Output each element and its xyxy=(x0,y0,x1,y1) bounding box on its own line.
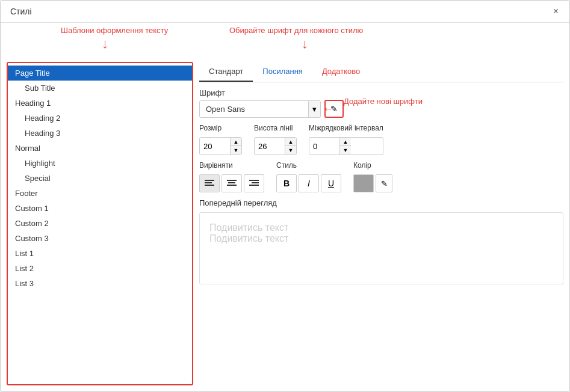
svg-rect-2 xyxy=(205,185,214,186)
line-spacing-spinner: ▲ ▼ xyxy=(309,137,383,155)
line-spacing-input[interactable] xyxy=(309,139,339,154)
line-height-group: Висота лінії ▲ ▼ xyxy=(254,124,297,155)
align-left-button[interactable] xyxy=(199,174,220,192)
preview-label: Попередній перегляд xyxy=(199,198,563,207)
dialog-header: Стилі × xyxy=(1,1,569,23)
align-left-icon xyxy=(205,179,214,188)
font-section: Шрифт Open Sans ▾ ✎ Додайте нові шрифти … xyxy=(199,88,563,118)
svg-rect-8 xyxy=(249,185,259,186)
dialog: Стилі × Шаблони оформлення тексту ↓ Обир… xyxy=(0,0,570,392)
align-style-color-row: Вирівняти xyxy=(199,161,563,192)
svg-rect-4 xyxy=(228,182,235,183)
list-item[interactable]: Page Title xyxy=(8,66,192,81)
list-item[interactable]: Footer xyxy=(8,186,192,201)
line-height-spinner: ▲ ▼ xyxy=(254,137,297,155)
font-row: Open Sans ▾ ✎ Додайте нові шрифти ← xyxy=(199,100,563,118)
line-spacing-down-button[interactable]: ▼ xyxy=(340,146,351,155)
line-spacing-spinner-buttons: ▲ ▼ xyxy=(339,138,351,155)
size-up-button[interactable]: ▲ xyxy=(231,138,241,146)
font-name-display: Open Sans xyxy=(200,101,308,117)
line-height-label: Висота лінії xyxy=(254,124,297,132)
list-item[interactable]: Heading 2 xyxy=(8,111,192,126)
color-controls: ✎ xyxy=(353,174,392,192)
line-spacing-up-button[interactable]: ▲ xyxy=(340,138,351,146)
svg-rect-1 xyxy=(205,182,212,183)
italic-button[interactable]: I xyxy=(299,174,319,192)
color-label: Колір xyxy=(353,161,392,170)
preview-text-1: Подивитись текст xyxy=(209,222,553,233)
align-group: Вирівняти xyxy=(199,161,264,192)
align-right-icon xyxy=(249,179,259,188)
annotation-choose-font: Обирайте шрифт для кожного стилю xyxy=(229,26,363,35)
list-item[interactable]: Normal xyxy=(8,141,192,156)
size-spinner-buttons: ▲ ▼ xyxy=(230,138,241,155)
list-item[interactable]: Custom 3 xyxy=(8,231,192,246)
line-height-down-button[interactable]: ▼ xyxy=(285,146,296,155)
metrics-row: Розмір ▲ ▼ Висота лінії ▲ xyxy=(199,124,563,155)
size-input[interactable] xyxy=(200,139,230,154)
list-item[interactable]: List 1 xyxy=(8,246,192,261)
bold-button[interactable]: B xyxy=(276,174,297,192)
size-group: Розмір ▲ ▼ xyxy=(199,124,242,155)
tab-стандарт[interactable]: Стандарт xyxy=(199,62,253,82)
chevron-down-icon: ▾ xyxy=(312,105,317,114)
align-label: Вирівняти xyxy=(199,161,264,170)
close-button[interactable]: × xyxy=(550,5,562,18)
font-select-container: Open Sans ▾ xyxy=(199,100,321,118)
list-item[interactable]: Special xyxy=(8,171,192,186)
list-item[interactable]: Custom 2 xyxy=(8,216,192,231)
svg-rect-0 xyxy=(205,180,214,181)
arrow-add-fonts-icon: ← xyxy=(323,103,333,115)
list-item[interactable]: Highlight xyxy=(8,156,192,171)
annotation-templates: Шаблони оформлення тексту xyxy=(61,26,168,35)
list-item[interactable]: Heading 3 xyxy=(8,126,192,141)
align-center-button[interactable] xyxy=(221,174,242,192)
align-center-icon xyxy=(227,179,237,188)
font-label: Шрифт xyxy=(199,88,563,97)
line-spacing-label: Міжрядковий інтервал xyxy=(309,124,383,132)
tab-додатково[interactable]: Додатково xyxy=(312,62,370,82)
preview-box: Подивитись текст Подивитись текст xyxy=(199,212,563,284)
styles-list-panel: Page TitleSub TitleHeading 1Heading 2Hea… xyxy=(7,62,193,385)
color-group: Колір ✎ xyxy=(353,161,392,192)
size-down-button[interactable]: ▼ xyxy=(231,146,241,155)
underline-button[interactable]: U xyxy=(321,174,341,192)
tabs-container: СтандартПосиланняДодатково xyxy=(199,62,563,82)
arrow-templates-icon: ↓ xyxy=(102,37,108,51)
preview-text-2: Подивитись текст xyxy=(209,233,553,244)
svg-rect-7 xyxy=(252,182,259,183)
style-buttons: B I U xyxy=(276,174,341,192)
line-spacing-group: Міжрядковий інтервал ▲ ▼ xyxy=(309,124,383,155)
color-pencil-icon: ✎ xyxy=(381,179,388,188)
color-swatch[interactable] xyxy=(353,174,374,192)
list-item[interactable]: List 2 xyxy=(8,261,192,276)
line-height-up-button[interactable]: ▲ xyxy=(285,138,296,146)
align-right-button[interactable] xyxy=(244,174,264,192)
annotation-bar: Шаблони оформлення тексту ↓ Обирайте шри… xyxy=(1,23,569,56)
right-panel: СтандартПосиланняДодатково Шрифт Open Sa… xyxy=(199,62,563,385)
svg-rect-3 xyxy=(227,180,237,181)
line-height-spinner-buttons: ▲ ▼ xyxy=(285,138,296,155)
list-item[interactable]: Heading 1 xyxy=(8,96,192,111)
list-item[interactable]: List 3 xyxy=(8,276,192,291)
arrow-choose-font-icon: ↓ xyxy=(302,37,308,51)
svg-rect-5 xyxy=(227,185,237,186)
size-spinner: ▲ ▼ xyxy=(199,137,242,155)
annotation-add-fonts: Додайте нові шрифти xyxy=(344,97,423,106)
list-item[interactable]: Sub Title xyxy=(8,81,192,96)
dialog-title: Стилі xyxy=(10,7,32,16)
tab-посилання[interactable]: Посилання xyxy=(253,62,312,82)
align-buttons xyxy=(199,174,264,192)
text-style-group: Стиль B I U xyxy=(276,161,341,192)
style-label: Стиль xyxy=(276,161,341,170)
font-dropdown-button[interactable]: ▾ xyxy=(308,101,320,117)
color-edit-button[interactable]: ✎ xyxy=(376,174,392,192)
line-height-input[interactable] xyxy=(255,139,285,154)
size-label: Розмір xyxy=(199,124,242,132)
list-item[interactable]: Custom 1 xyxy=(8,201,192,216)
svg-rect-6 xyxy=(249,180,259,181)
preview-section: Попередній перегляд Подивитись текст Под… xyxy=(199,198,563,284)
dialog-body: Page TitleSub TitleHeading 1Heading 2Hea… xyxy=(1,56,569,391)
